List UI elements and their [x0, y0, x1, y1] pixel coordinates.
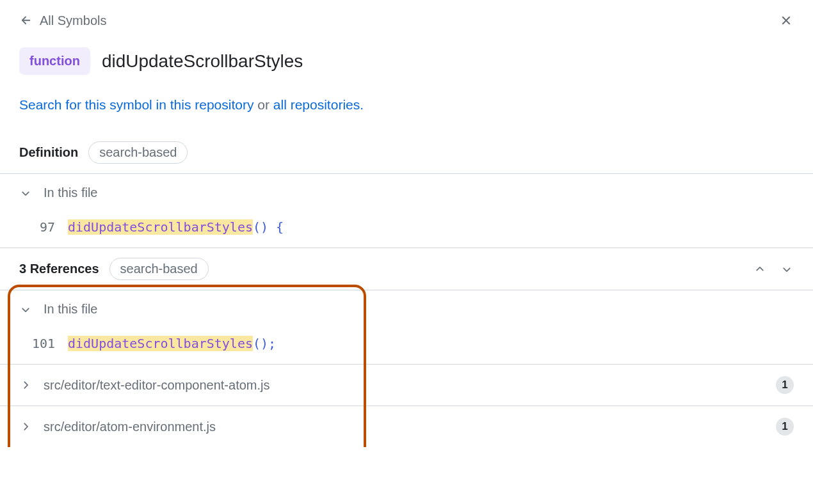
code-content: didUpdateScrollbarStyles();	[68, 336, 276, 351]
back-nav[interactable]: All Symbols	[19, 13, 106, 28]
back-label: All Symbols	[40, 13, 106, 28]
references-in-file-row[interactable]: In this file	[0, 290, 813, 328]
search-links: Search for this symbol in this repositor…	[0, 81, 813, 132]
reference-file-path: src/editor/text-editor-component-atom.js	[44, 378, 270, 393]
reference-file-row[interactable]: src/editor/atom-environment.js 1	[0, 406, 813, 447]
line-number: 101	[31, 336, 55, 351]
definition-title: Definition	[19, 145, 78, 160]
definition-header: Definition search-based	[0, 132, 813, 173]
search-repo-link[interactable]: Search for this symbol in this repositor…	[19, 97, 254, 112]
panel-header: All Symbols	[0, 0, 813, 35]
search-all-repos-link[interactable]: all repositories.	[273, 97, 364, 112]
references-nav	[753, 262, 794, 276]
references-title: 3 References	[19, 262, 99, 276]
chevron-up-icon[interactable]	[753, 262, 767, 276]
symbol-type-badge: function	[19, 47, 90, 75]
close-icon[interactable]	[778, 13, 794, 28]
chevron-down-icon[interactable]	[780, 262, 794, 276]
symbol-panel: All Symbols function didUpdateScrollbarS…	[0, 0, 813, 447]
chevron-right-icon	[19, 420, 32, 433]
definition-file-label: In this file	[44, 185, 97, 200]
reference-file-row[interactable]: src/editor/text-editor-component-atom.js…	[0, 365, 813, 406]
symbol-name: didUpdateScrollbarStyles	[102, 51, 303, 72]
definition-file-row[interactable]: In this file	[0, 174, 813, 212]
code-content: didUpdateScrollbarStyles() {	[68, 219, 284, 235]
reference-file-path: src/editor/atom-environment.js	[44, 420, 216, 434]
references-in-file-label: In this file	[44, 302, 97, 317]
search-links-sep: or	[254, 97, 273, 112]
definition-code-line[interactable]: 97 didUpdateScrollbarStyles() {	[0, 212, 813, 248]
chevron-down-icon	[19, 303, 32, 316]
definition-pill: search-based	[88, 141, 188, 164]
line-number: 97	[31, 219, 55, 235]
references-header: 3 References search-based	[0, 248, 813, 290]
reference-count-badge: 1	[776, 418, 794, 436]
arrow-left-icon	[19, 13, 33, 28]
symbol-title-row: function didUpdateScrollbarStyles	[0, 35, 813, 81]
chevron-right-icon	[19, 379, 32, 391]
chevron-down-icon	[19, 187, 32, 200]
references-pill: search-based	[109, 258, 209, 280]
reference-count-badge: 1	[776, 376, 794, 394]
reference-code-line[interactable]: 101 didUpdateScrollbarStyles();	[0, 328, 813, 364]
